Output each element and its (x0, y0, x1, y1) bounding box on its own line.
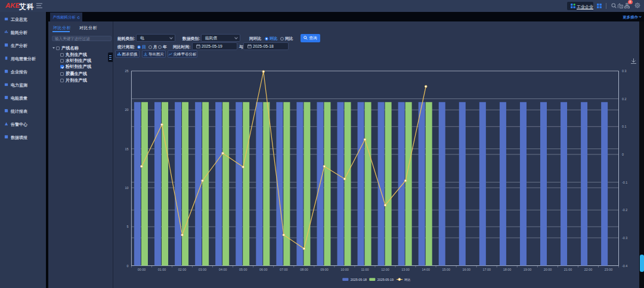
svg-text:-0.1: -0.1 (622, 181, 627, 184)
svg-text:环比: 环比 (404, 278, 411, 281)
svg-text:2025-05-18: 2025-05-18 (351, 278, 367, 281)
svg-text:19:00: 19:00 (524, 268, 532, 271)
svg-text:0.2: 0.2 (622, 97, 627, 101)
svg-text:5: 5 (126, 225, 128, 228)
svg-text:11:00: 11:00 (361, 268, 369, 271)
svg-text:20:00: 20:00 (544, 268, 552, 271)
svg-text:01:00: 01:00 (158, 268, 166, 271)
svg-text:22:00: 22:00 (584, 268, 593, 271)
svg-text:15: 15 (125, 147, 128, 151)
svg-text:-0.4: -0.4 (622, 264, 627, 268)
svg-text:03:00: 03:00 (199, 268, 207, 271)
svg-text:0: 0 (126, 264, 128, 268)
svg-text:09:00: 09:00 (320, 268, 329, 271)
svg-text:07:00: 07:00 (280, 268, 288, 271)
svg-text:00:00: 00:00 (138, 268, 146, 271)
svg-text:12:00: 12:00 (381, 268, 389, 271)
svg-text:21:00: 21:00 (564, 268, 572, 271)
svg-text:23:00: 23:00 (605, 268, 613, 271)
svg-text:17:00: 17:00 (483, 268, 491, 271)
svg-text:04:00: 04:00 (219, 268, 227, 271)
svg-text:08:00: 08:00 (300, 268, 308, 271)
svg-text:0: 0 (622, 153, 624, 156)
svg-text:13:00: 13:00 (401, 268, 410, 271)
svg-text:15:00: 15:00 (442, 268, 450, 271)
svg-text:-0.3: -0.3 (622, 236, 627, 240)
svg-text:02:00: 02:00 (178, 268, 187, 271)
svg-text:10:00: 10:00 (340, 268, 349, 271)
svg-text:16:00: 16:00 (463, 268, 471, 271)
svg-text:10: 10 (125, 186, 128, 190)
svg-text:18:00: 18:00 (503, 268, 512, 271)
svg-text:06:00: 06:00 (259, 268, 268, 271)
svg-text:20: 20 (125, 108, 128, 112)
svg-text:0.3: 0.3 (622, 69, 627, 73)
svg-text:14:00: 14:00 (422, 268, 430, 271)
svg-text:-0.2: -0.2 (622, 208, 627, 212)
svg-text:2025-05-19: 2025-05-19 (377, 278, 394, 281)
svg-text:05:00: 05:00 (239, 268, 247, 271)
svg-text:25: 25 (125, 69, 128, 73)
svg-text:0.1: 0.1 (622, 125, 627, 128)
